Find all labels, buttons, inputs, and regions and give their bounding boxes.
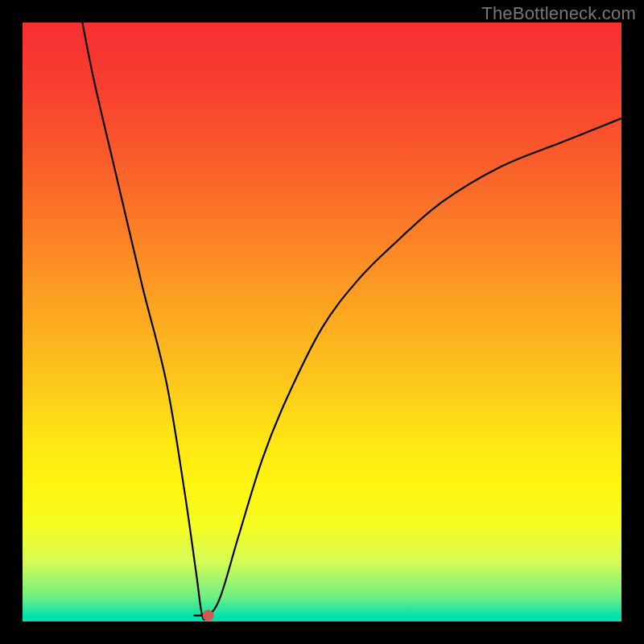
watermark-label: TheBottleneck.com: [481, 3, 636, 24]
bottleneck-curve: [82, 23, 621, 620]
plot-area: [23, 23, 621, 621]
chart-frame: TheBottleneck.com: [0, 0, 644, 644]
curve-layer: [23, 23, 621, 621]
min-marker: [203, 610, 214, 621]
